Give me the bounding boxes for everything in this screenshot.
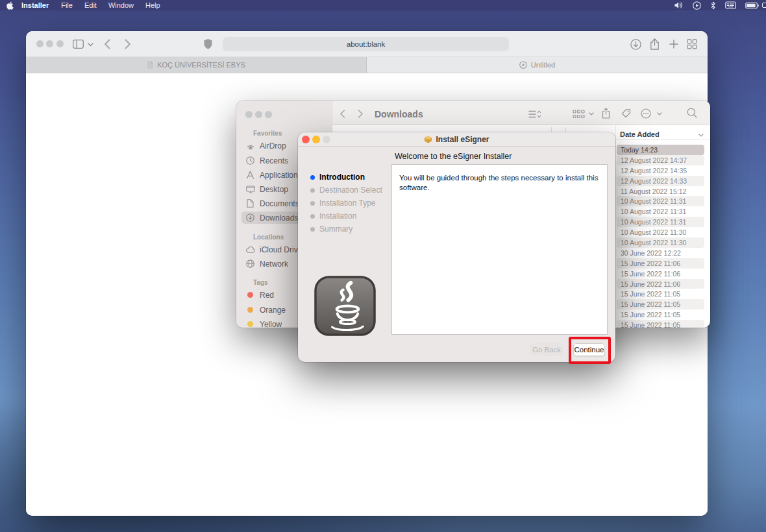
- downloads-circle-icon: [245, 213, 255, 222]
- sidebar-item-label: AirDrop: [260, 141, 286, 151]
- red-tag-icon: [245, 292, 255, 298]
- step-installation: Installation: [310, 212, 382, 221]
- file-row[interactable]: 10 August 2022 11:31: [617, 196, 704, 206]
- orange-tag-icon: [245, 307, 255, 313]
- installer-titlebar: Install eSigner: [298, 132, 615, 147]
- date-added-cell: 12 August 2022 14:37: [621, 156, 687, 164]
- chevron-down-icon[interactable]: [589, 112, 594, 115]
- bluetooth-icon[interactable]: [710, 1, 716, 10]
- chevron-down-icon[interactable]: [657, 112, 662, 115]
- close-button[interactable]: [36, 40, 43, 47]
- installer-steps: Introduction Destination Select Installa…: [310, 173, 382, 237]
- sidebar-item-label: Recents: [260, 156, 288, 165]
- minimize-button[interactable]: [255, 111, 262, 118]
- file-row[interactable]: 10 August 2022 11:31: [617, 217, 704, 227]
- installer-heading: Welcome to the eSigner Installer: [395, 152, 512, 161]
- menu-file[interactable]: File: [55, 1, 79, 9]
- tab-koc-ebys[interactable]: KOÇ ÜNİVERSİTESİ EBYS: [26, 57, 367, 73]
- step-dot-icon: [310, 214, 315, 219]
- file-row[interactable]: 12 August 2022 14:37: [617, 155, 704, 165]
- search-icon[interactable]: [687, 108, 697, 118]
- tab-untitled[interactable]: Untitled: [367, 57, 708, 73]
- forward-icon[interactable]: [358, 110, 364, 118]
- sidebar-item-label: Downloads: [260, 213, 298, 223]
- file-row[interactable]: 12 August 2022 14:33: [617, 176, 704, 186]
- downloads-icon[interactable]: [630, 39, 641, 50]
- date-added-cell: 15 June 2022 11:05: [621, 321, 680, 328]
- tab-overview-icon[interactable]: [687, 39, 697, 49]
- date-added-cell: 10 August 2022 11:31: [621, 218, 686, 226]
- keyboard-icon[interactable]: [725, 1, 736, 9]
- menu-window[interactable]: Window: [103, 1, 140, 9]
- zoom-button[interactable]: [265, 111, 272, 118]
- step-label: Destination Select: [319, 186, 382, 195]
- sidebar-item-label: Applications: [260, 171, 302, 180]
- file-row[interactable]: 10 August 2022 11:31: [617, 206, 704, 217]
- more-actions-icon[interactable]: [641, 108, 651, 119]
- sort-chevron-icon[interactable]: [698, 134, 704, 137]
- file-row[interactable]: 15 June 2022 11:05: [617, 309, 704, 320]
- compass-icon: [519, 61, 527, 69]
- chevron-down-icon[interactable]: [88, 43, 93, 47]
- group-view-icon[interactable]: [573, 110, 585, 119]
- volume-icon[interactable]: [674, 1, 684, 9]
- new-tab-icon[interactable]: [669, 40, 678, 49]
- active-app-menu[interactable]: Installer: [14, 1, 55, 9]
- file-row[interactable]: 15 June 2022 11:06: [617, 258, 704, 269]
- safari-toolbar: about:blank: [26, 31, 708, 57]
- installer-content-pane: You will be guided through the steps nec…: [391, 164, 608, 335]
- file-row[interactable]: 10 August 2022 11:30: [617, 237, 704, 248]
- minimize-button[interactable]: [46, 40, 53, 47]
- tag-icon[interactable]: [621, 108, 631, 118]
- menu-help[interactable]: Help: [140, 1, 166, 9]
- column-header-date-added[interactable]: Date Added: [620, 130, 660, 138]
- apple-menu-icon[interactable]: [6, 1, 14, 10]
- address-bar[interactable]: about:blank: [223, 37, 509, 51]
- sidebar-toggle-icon[interactable]: [73, 40, 84, 49]
- file-row[interactable]: 11 August 2022 15:12: [617, 186, 704, 197]
- step-summary: Summary: [310, 224, 382, 234]
- date-added-cell: 10 August 2022 11:30: [621, 239, 686, 247]
- share-icon[interactable]: [602, 108, 610, 119]
- partial-status-icon: [762, 3, 766, 8]
- play-circle-icon[interactable]: [693, 1, 701, 10]
- go-back-button[interactable]: Go Back: [530, 343, 563, 356]
- date-added-cell: 10 August 2022 11:31: [621, 197, 686, 205]
- file-row[interactable]: 10 August 2022 11:30: [617, 227, 704, 237]
- document-icon: [245, 199, 255, 208]
- list-view-sort-icon[interactable]: [528, 110, 541, 119]
- file-row[interactable]: 12 August 2022 14:35: [617, 165, 704, 176]
- cloud-icon: [245, 247, 255, 253]
- zoom-button-disabled: [323, 136, 330, 143]
- minimize-button[interactable]: [312, 136, 320, 143]
- date-added-cell: 15 June 2022 11:05: [621, 290, 680, 298]
- share-icon[interactable]: [650, 38, 660, 50]
- file-row[interactable]: 15 June 2022 11:05: [617, 299, 704, 309]
- menu-edit[interactable]: Edit: [79, 1, 103, 9]
- finder-window-title: Downloads: [375, 109, 423, 119]
- close-button[interactable]: [245, 111, 253, 118]
- back-icon[interactable]: [340, 110, 345, 118]
- file-row[interactable]: 15 June 2022 11:05: [617, 320, 704, 328]
- battery-icon[interactable]: [745, 2, 760, 9]
- privacy-shield-icon[interactable]: [203, 38, 213, 50]
- step-destination-select: Destination Select: [310, 186, 382, 195]
- back-icon[interactable]: [104, 39, 110, 49]
- zoom-button[interactable]: [56, 40, 64, 47]
- date-added-cell: Today 14:23: [621, 146, 658, 154]
- forward-icon[interactable]: [125, 39, 131, 49]
- continue-button[interactable]: Continue: [573, 343, 605, 356]
- menu-bar: Installer File Edit Window Help: [0, 0, 766, 10]
- file-row[interactable]: 15 June 2022 11:05: [617, 289, 704, 299]
- sidebar-item-label: iCloud Drive: [260, 245, 302, 254]
- file-row[interactable]: 15 June 2022 11:06: [617, 269, 704, 279]
- file-row-selected[interactable]: Today 14:23: [617, 145, 704, 155]
- package-icon: [424, 135, 432, 143]
- file-row[interactable]: 30 June 2022 12:22: [617, 248, 704, 258]
- sidebar-item-label: Yellow: [260, 320, 282, 328]
- file-row[interactable]: 15 June 2022 11:06: [617, 279, 704, 289]
- sidebar-item-label: Orange: [260, 306, 286, 315]
- close-button[interactable]: [302, 136, 310, 143]
- date-added-cell: 10 August 2022 11:30: [621, 228, 686, 236]
- installer-window-title: Install eSigner: [436, 135, 489, 144]
